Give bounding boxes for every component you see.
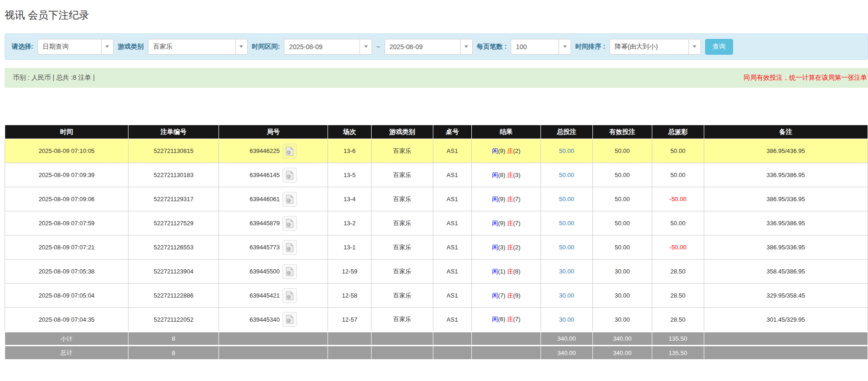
total-bet-link[interactable]: 30.00 bbox=[559, 292, 574, 299]
video-record-icon bbox=[286, 146, 294, 156]
cell-bet-id: 522721127529 bbox=[128, 211, 219, 235]
video-replay-button[interactable] bbox=[283, 312, 297, 327]
subtotal-empty-cell bbox=[219, 332, 328, 346]
table-row[interactable]: 2025-08-09 07:05:38522721123904639445500… bbox=[5, 260, 868, 284]
round-number: 639446225 bbox=[250, 147, 280, 154]
game-type-select[interactable]: 百家乐 bbox=[148, 39, 248, 55]
cell-bet-id: 522721130815 bbox=[128, 139, 219, 163]
table-row[interactable]: 2025-08-09 07:09:06522721129317639446061… bbox=[5, 187, 868, 211]
total-bet-link[interactable]: 30.00 bbox=[559, 268, 574, 275]
result-banker-score: (8) bbox=[513, 268, 521, 275]
cell-valid-bet: 50.00 bbox=[592, 163, 652, 187]
result-banker-label: 庄 bbox=[507, 316, 513, 323]
round-number: 639445500 bbox=[250, 268, 280, 275]
col-header-total-payout: 总派彩 bbox=[652, 125, 704, 139]
result-player-label: 闲 bbox=[492, 244, 498, 251]
table-row[interactable]: 2025-08-09 07:05:04522721122886639445421… bbox=[5, 284, 868, 308]
cell-bet-id: 522721122052 bbox=[128, 308, 219, 332]
date-from-select[interactable]: 2025-08-09 bbox=[284, 39, 372, 55]
cell-round: 639445500 bbox=[219, 260, 328, 284]
video-record-icon bbox=[286, 315, 294, 324]
result-banker-score: (9) bbox=[513, 292, 521, 299]
round-wrap: 639445340 bbox=[250, 312, 297, 327]
result-player-label: 闲 bbox=[492, 147, 498, 154]
date-to-select[interactable]: 2025-08-09 bbox=[385, 39, 473, 55]
total-bet-link[interactable]: 50.00 bbox=[559, 147, 574, 154]
cell-bet-id: 522721123904 bbox=[128, 260, 219, 284]
round-number: 639445773 bbox=[250, 244, 280, 251]
total-bet-link[interactable]: 50.00 bbox=[559, 244, 574, 251]
grand-total-empty-cell bbox=[372, 346, 433, 360]
video-replay-button[interactable] bbox=[283, 168, 297, 183]
table-row[interactable]: 2025-08-09 07:04:35522721122052639445340… bbox=[5, 308, 868, 332]
table-row[interactable]: 2025-08-09 07:10:05522721130815639446225… bbox=[5, 139, 868, 163]
table-row[interactable]: 2025-08-09 07:09:39522721130183639446145… bbox=[5, 163, 868, 187]
cell-session: 13-2 bbox=[328, 211, 372, 235]
grand-total-total-bet: 340.00 bbox=[541, 346, 593, 360]
filter-panel: 请选择: 日期查询 游戏类别 百家乐 时间区间: 2025-08-09 ~ 20… bbox=[5, 33, 868, 60]
chevron-down-icon bbox=[460, 39, 472, 54]
video-replay-button[interactable] bbox=[283, 288, 297, 303]
page-size-label: 每页笔数 : bbox=[477, 43, 507, 51]
col-header-table-no: 桌号 bbox=[433, 125, 472, 139]
table-footer: 小计 8 340.00 340.00 135.50 总计 8 bbox=[5, 332, 868, 360]
cell-time: 2025-08-09 07:05:04 bbox=[5, 284, 129, 308]
result-player-score: (3) bbox=[498, 244, 507, 251]
cell-valid-bet: 50.00 bbox=[592, 235, 652, 260]
summary-info: 币别 : 人民币 | 总共 :8 注单 | bbox=[13, 74, 95, 82]
result-banker-score: (3) bbox=[513, 171, 521, 178]
total-bet-link[interactable]: 30.00 bbox=[559, 316, 574, 323]
video-record-icon bbox=[286, 195, 294, 204]
result-banker-label: 庄 bbox=[507, 220, 513, 227]
cell-time: 2025-08-09 07:10:05 bbox=[5, 139, 129, 163]
col-header-session: 场次 bbox=[328, 125, 372, 139]
result-player-label: 闲 bbox=[492, 316, 498, 323]
video-record-icon bbox=[286, 171, 294, 180]
cell-session: 13-6 bbox=[328, 139, 372, 163]
page-size-select[interactable]: 100 bbox=[511, 39, 571, 55]
cell-remark: 386.95/336.95 bbox=[704, 235, 868, 260]
chevron-down-icon bbox=[688, 39, 701, 54]
total-bet-link[interactable]: 50.00 bbox=[559, 171, 574, 178]
cell-total-bet: 30.00 bbox=[541, 260, 593, 284]
cell-total-bet: 50.00 bbox=[541, 139, 593, 163]
cell-round: 639445879 bbox=[219, 211, 328, 235]
video-replay-button[interactable] bbox=[283, 216, 297, 231]
result-banker-score: (2) bbox=[513, 147, 521, 154]
sort-order-select[interactable]: 降幂(由大到小) bbox=[610, 39, 701, 55]
cell-game-type: 百家乐 bbox=[372, 139, 433, 163]
total-bet-link[interactable]: 50.00 bbox=[559, 196, 574, 203]
grand-total-count: 8 bbox=[128, 346, 219, 360]
cell-total-payout: 28.50 bbox=[652, 308, 704, 332]
cell-total-bet: 30.00 bbox=[541, 284, 593, 308]
video-replay-button[interactable] bbox=[283, 240, 297, 255]
grand-total-total-payout: 135.50 bbox=[652, 346, 704, 360]
cell-total-bet: 50.00 bbox=[541, 211, 593, 235]
video-replay-button[interactable] bbox=[283, 264, 297, 279]
chevron-down-icon bbox=[235, 39, 247, 54]
result-player-label: 闲 bbox=[492, 196, 498, 203]
table-row[interactable]: 2025-08-09 07:07:21522721126553639445773… bbox=[5, 235, 868, 260]
cell-bet-id: 522721130183 bbox=[128, 163, 219, 187]
cell-round: 639446061 bbox=[219, 187, 328, 211]
cell-total-bet: 50.00 bbox=[541, 235, 593, 260]
game-type-value: 百家乐 bbox=[148, 39, 235, 54]
video-replay-button[interactable] bbox=[283, 192, 297, 207]
subtotal-label: 小计 bbox=[5, 332, 129, 346]
video-replay-button[interactable] bbox=[283, 144, 297, 159]
result-banker-label: 庄 bbox=[507, 196, 513, 203]
search-button[interactable]: 查询 bbox=[705, 39, 733, 55]
grand-total-empty-cell bbox=[704, 346, 868, 360]
round-number: 639446145 bbox=[250, 171, 280, 178]
round-wrap: 639446145 bbox=[250, 168, 297, 183]
total-bet-link[interactable]: 50.00 bbox=[559, 220, 574, 227]
date-range-tilde: ~ bbox=[376, 43, 380, 51]
subtotal-count: 8 bbox=[128, 332, 219, 346]
cell-round: 639445340 bbox=[219, 308, 328, 332]
col-header-game-type: 游戏类别 bbox=[372, 125, 433, 139]
game-type-label: 游戏类别 bbox=[118, 43, 144, 51]
query-type-select[interactable]: 日期查询 bbox=[38, 39, 114, 55]
round-wrap: 639445773 bbox=[250, 240, 297, 255]
table-row[interactable]: 2025-08-09 07:07:59522721127529639445879… bbox=[5, 211, 868, 235]
round-wrap: 639446061 bbox=[250, 192, 297, 207]
